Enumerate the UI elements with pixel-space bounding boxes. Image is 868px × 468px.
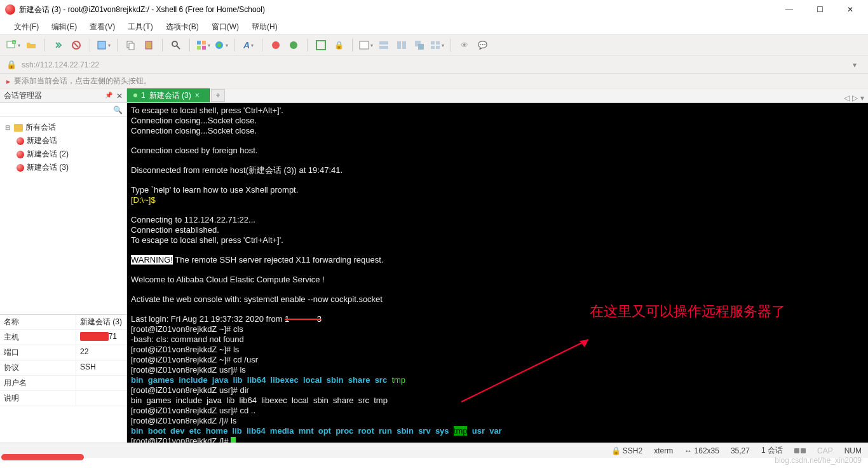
prop-key: 主机 xyxy=(0,330,76,345)
svg-text:+: + xyxy=(13,40,15,44)
svg-rect-18 xyxy=(360,41,369,49)
expand-icon[interactable]: ⊟ xyxy=(4,124,11,131)
status-cap: CAP xyxy=(817,446,833,455)
folder-icon xyxy=(14,124,23,132)
color-scheme-icon[interactable] xyxy=(214,38,228,52)
infobar: ▸ 要添加当前会话，点击左侧的箭头按钮。 xyxy=(0,74,868,89)
transparent-icon[interactable]: 🔒 xyxy=(332,38,346,52)
address-dropdown-icon[interactable]: ▾ xyxy=(848,60,862,69)
statusbar: 🔒 SSH2 xterm ↔ 162x35 35,27 1 会话 CAP NUM xyxy=(0,443,868,458)
address-url[interactable]: ssh://112.124.22.71:22 xyxy=(22,60,843,69)
tree-item-3[interactable]: 新建会话 (3) xyxy=(4,161,123,174)
lock-icon: 🔒 xyxy=(611,446,621,455)
tile-h-icon[interactable] xyxy=(377,38,391,52)
sidebar-search[interactable]: 🔍 xyxy=(0,103,126,117)
svg-rect-22 xyxy=(402,41,406,49)
find-icon[interactable] xyxy=(169,38,183,52)
prop-value: 22 xyxy=(76,345,126,360)
session-icon xyxy=(17,164,24,172)
status-num: NUM xyxy=(844,446,862,455)
properties-icon[interactable] xyxy=(97,38,111,52)
encoding-icon[interactable] xyxy=(196,38,210,52)
paste-icon[interactable] xyxy=(142,38,156,52)
tree-item-1[interactable]: 新建会话 xyxy=(4,134,123,148)
font-icon[interactable]: A xyxy=(241,38,255,52)
new-tab-button[interactable]: + xyxy=(211,89,225,102)
tab-nav: ◁ ▷ ▾ xyxy=(840,93,868,102)
svg-rect-28 xyxy=(436,46,440,49)
tab-prev-icon[interactable]: ◁ xyxy=(844,93,850,102)
toolbar: + A 🔒 👁 💬 xyxy=(0,34,868,56)
separator xyxy=(189,39,190,52)
annotation-text: 在这里又可以操作远程服务器了 xyxy=(590,306,785,316)
resize-icon: ↔ xyxy=(684,446,692,455)
svg-rect-21 xyxy=(397,41,401,49)
prop-key: 名称 xyxy=(0,315,76,329)
separator xyxy=(90,39,90,52)
terminal-tab[interactable]: 1 新建会话 (3) × xyxy=(127,88,210,102)
close-button[interactable]: ✕ xyxy=(837,1,863,18)
svg-rect-17 xyxy=(316,41,325,50)
layout-icon[interactable] xyxy=(359,38,373,52)
help-icon[interactable]: 💬 xyxy=(475,38,489,52)
menu-window[interactable]: 窗口(W) xyxy=(207,20,244,34)
copy-icon[interactable] xyxy=(124,38,138,52)
reconnect-icon[interactable] xyxy=(51,38,65,52)
svg-rect-4 xyxy=(98,41,105,49)
menu-edit[interactable]: 编辑(E) xyxy=(46,20,82,34)
prop-key: 说明 xyxy=(0,391,76,406)
menu-file[interactable]: 文件(F) xyxy=(9,20,44,34)
svg-rect-24 xyxy=(418,44,424,50)
tab-menu-icon[interactable]: ▾ xyxy=(860,93,864,102)
prop-row: 主机 71 xyxy=(0,330,126,345)
status-sessions: 1 会话 xyxy=(761,445,783,456)
separator xyxy=(44,39,45,52)
svg-rect-9 xyxy=(197,41,201,45)
prop-value xyxy=(76,391,126,406)
separator xyxy=(451,39,451,52)
xagent-icon[interactable] xyxy=(269,38,283,52)
new-session-icon[interactable]: + xyxy=(6,38,20,52)
main-area: 会话管理器 📌 ✕ 🔍 ⊟ 所有会话 新建会话 新建会话 (2) xyxy=(0,89,868,443)
session-icon xyxy=(17,151,24,158)
tile-v-icon[interactable] xyxy=(395,38,409,52)
content-area: 1 新建会话 (3) × + ◁ ▷ ▾ To escape to local … xyxy=(127,89,868,443)
maximize-button[interactable]: ☐ xyxy=(807,1,832,18)
menu-tabs[interactable]: 选项卡(B) xyxy=(161,20,204,34)
separator xyxy=(307,39,308,52)
separator xyxy=(162,39,163,52)
status-term: xterm xyxy=(654,446,673,455)
lock-icon[interactable]: 👁 xyxy=(458,38,471,52)
menu-tools[interactable]: 工具(T) xyxy=(123,20,158,34)
prop-key: 用户名 xyxy=(0,376,76,390)
sidebar-close-icon[interactable]: ✕ xyxy=(116,92,123,100)
svg-point-16 xyxy=(290,41,297,49)
lock-icon: 🔒 xyxy=(6,60,17,69)
tab-label: 新建会话 (3) xyxy=(149,90,191,101)
status-size: 162x35 xyxy=(695,446,719,455)
pin-icon[interactable]: 📌 xyxy=(105,92,112,100)
menu-help[interactable]: 帮助(H) xyxy=(247,20,283,34)
terminal[interactable]: To escape to local shell, press 'Ctrl+Al… xyxy=(127,103,868,443)
minimize-button[interactable]: — xyxy=(776,1,802,18)
menu-view[interactable]: 查看(V) xyxy=(85,20,120,34)
status-dot-icon xyxy=(133,93,137,97)
sidebar-title: 会话管理器 xyxy=(4,90,42,101)
svg-rect-6 xyxy=(129,43,134,50)
open-session-icon[interactable] xyxy=(24,38,38,52)
fullscreen-icon[interactable] xyxy=(314,38,328,52)
broadcast-icon[interactable] xyxy=(430,38,444,52)
tree-item-label: 新建会话 xyxy=(27,135,57,146)
cascade-icon[interactable] xyxy=(412,38,426,52)
addressbar: 🔒 ssh://112.124.22.71:22 ▾ xyxy=(0,56,868,74)
disconnect-icon[interactable] xyxy=(69,38,83,52)
prop-key: 端口 xyxy=(0,345,76,360)
tab-close-icon[interactable]: × xyxy=(195,91,200,100)
svg-point-8 xyxy=(172,41,177,46)
xftp-icon[interactable] xyxy=(287,38,301,52)
tab-next-icon[interactable]: ▷ xyxy=(852,93,858,102)
tree-item-2[interactable]: 新建会话 (2) xyxy=(4,148,123,161)
titlebar: 新建会话 (3) - root@iZ01von8rejkkdZ:/ - Xshe… xyxy=(0,0,868,19)
tree-root[interactable]: ⊟ 所有会话 xyxy=(4,121,123,134)
separator xyxy=(234,39,235,52)
